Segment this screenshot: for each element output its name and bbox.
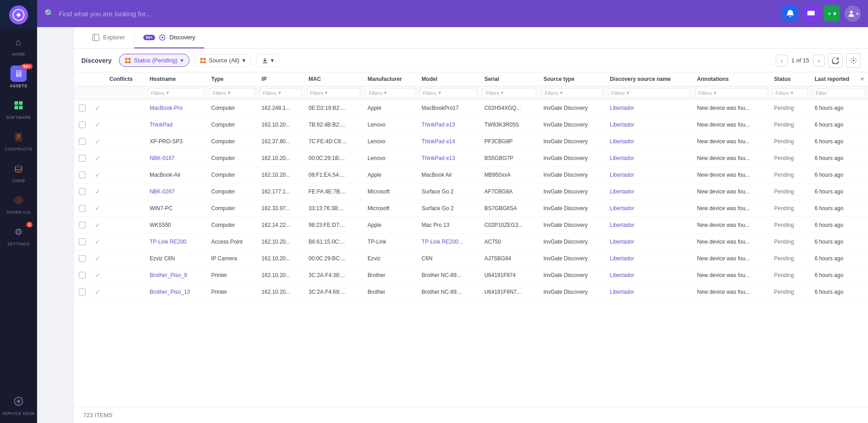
- model-filter-input[interactable]: Filters ▾: [420, 88, 477, 98]
- source-name-filter-input[interactable]: Filters ▾: [608, 88, 690, 98]
- row-annotation: New device was fou...: [693, 200, 769, 217]
- row-manufacturer: Lenovo: [363, 117, 417, 133]
- row-tick[interactable]: ✓: [95, 288, 100, 296]
- row-hostname[interactable]: Brother_Piso_13: [145, 284, 207, 301]
- row-mac: 08:F1:EA:54:...: [304, 167, 363, 183]
- row-hostname[interactable]: ThinkPad: [145, 117, 207, 133]
- source-name-value[interactable]: Libertador: [610, 172, 634, 178]
- source-name-value[interactable]: Libertador: [610, 138, 634, 145]
- row-checkbox[interactable]: [79, 155, 86, 162]
- model-value[interactable]: ThinkPad e14: [422, 138, 455, 145]
- status-filter-input[interactable]: Filters ▾: [772, 88, 807, 98]
- row-type: Computer: [207, 217, 257, 234]
- tab-explorer[interactable]: Explorer: [83, 27, 134, 48]
- row-tick[interactable]: ✓: [95, 205, 100, 212]
- model-value: MacBookPro17: [422, 105, 459, 111]
- sidebar-item-assets-label: ASSETS: [10, 84, 28, 88]
- last-reported-filter-input[interactable]: Filter: [813, 89, 865, 98]
- th-annotations: Annotations: [693, 72, 769, 86]
- download-filter[interactable]: ▾: [256, 54, 280, 67]
- type-filter-input[interactable]: Filters ▾: [209, 88, 254, 98]
- row-serial: U64191F8N7...: [480, 284, 539, 301]
- source-name-value[interactable]: Libertador: [610, 255, 634, 262]
- row-checkbox[interactable]: [79, 138, 86, 145]
- row-tick[interactable]: ✓: [95, 188, 100, 195]
- hostname-value[interactable]: Brother_Piso_13: [150, 289, 190, 295]
- source-name-value[interactable]: Libertador: [610, 289, 634, 295]
- row-checkbox[interactable]: [79, 221, 86, 229]
- row-checkbox[interactable]: [79, 238, 86, 245]
- sidebar-item-settings[interactable]: 1 ⚙ SETTINGS: [0, 219, 37, 251]
- table-header-row: Conflicts Hostname Type IP MAC Manufactu…: [74, 72, 868, 86]
- source-name-value[interactable]: Libertador: [610, 188, 634, 195]
- row-type: IP Camera: [207, 250, 257, 267]
- discovery-table: Conflicts Hostname Type IP MAC Manufactu…: [74, 72, 868, 301]
- source-name-value[interactable]: Libertador: [610, 205, 634, 212]
- row-tick[interactable]: ✓: [95, 171, 100, 179]
- hostname-value[interactable]: NBK-0267: [150, 188, 175, 195]
- model-value[interactable]: TP-Link RE200...: [422, 239, 463, 245]
- row-checkbox[interactable]: [79, 255, 86, 262]
- sidebar-item-service-desk[interactable]: SERVICE DESK: [0, 389, 37, 423]
- settings-column-button[interactable]: [846, 53, 861, 68]
- row-hostname[interactable]: NBK-0267: [145, 183, 207, 200]
- row-checkbox[interactable]: [79, 272, 86, 279]
- serial-filter-input[interactable]: Filters ▾: [482, 88, 536, 98]
- sidebar-item-cmdb[interactable]: CMDB: [0, 156, 37, 188]
- model-value[interactable]: ThinkPad e13: [422, 122, 455, 128]
- row-checkbox[interactable]: [79, 288, 86, 296]
- source-name-value[interactable]: Libertador: [610, 122, 634, 128]
- row-ip: 162.10.20...: [257, 234, 304, 250]
- row-tick[interactable]: ✓: [95, 221, 100, 229]
- row-tick[interactable]: ✓: [95, 255, 100, 262]
- row-ip: 162.10.20...: [257, 267, 304, 284]
- row-hostname[interactable]: Brother_Piso_9: [145, 267, 207, 284]
- row-checkbox-cell: [74, 284, 90, 301]
- settings-badge: 1: [26, 222, 33, 227]
- source-name-value[interactable]: Libertador: [610, 105, 634, 111]
- mac-filter-input[interactable]: Filters ▾: [307, 88, 360, 98]
- row-model: Surface Go 2: [417, 183, 480, 200]
- row-tick[interactable]: ✓: [95, 138, 100, 145]
- source-type-filter-input[interactable]: Filters ▾: [542, 88, 603, 98]
- hostname-value[interactable]: Brother_Piso_9: [150, 272, 187, 278]
- source-filter[interactable]: Source (All) ▾: [194, 54, 251, 67]
- row-hostname[interactable]: NBK-0167: [145, 150, 207, 167]
- prev-page-button[interactable]: ‹: [776, 55, 788, 66]
- hostname-value[interactable]: MacBook-Pro: [150, 105, 183, 111]
- hostname-value[interactable]: TP-Link RE200: [150, 239, 186, 245]
- row-checkbox[interactable]: [79, 104, 86, 112]
- hostname-filter-input[interactable]: Filters ▾: [148, 88, 204, 98]
- manufacturer-filter-input[interactable]: Filters ▾: [366, 88, 415, 98]
- row-tick[interactable]: ✓: [95, 155, 100, 162]
- row-checkbox[interactable]: [79, 188, 86, 195]
- row-hostname[interactable]: TP-Link RE200: [145, 234, 207, 250]
- row-tick[interactable]: ✓: [95, 121, 100, 128]
- row-checkbox[interactable]: [79, 205, 86, 212]
- sidebar-item-other-cis[interactable]: OTHER CIs: [0, 188, 37, 219]
- row-tick[interactable]: ✓: [95, 272, 100, 279]
- tab-discovery[interactable]: 99+ Discovery: [134, 27, 204, 48]
- row-checkbox[interactable]: [79, 121, 86, 128]
- hostname-value[interactable]: NBK-0167: [150, 155, 175, 161]
- next-page-button[interactable]: ›: [813, 55, 825, 66]
- source-name-value[interactable]: Libertador: [610, 222, 634, 228]
- row-annotation: New device was fou...: [693, 234, 769, 250]
- source-name-value[interactable]: Libertador: [610, 155, 634, 161]
- annotations-filter-input[interactable]: Filters ▾: [695, 88, 767, 98]
- row-tick[interactable]: ✓: [95, 238, 100, 245]
- source-name-value[interactable]: Libertador: [610, 239, 634, 245]
- sidebar-item-home[interactable]: ⌂ HOME: [0, 29, 37, 61]
- sidebar-item-contracts[interactable]: CONTRACTS: [0, 124, 37, 156]
- model-value[interactable]: ThinkPad e13: [422, 155, 455, 161]
- refresh-button[interactable]: [828, 53, 843, 68]
- row-tick[interactable]: ✓: [95, 104, 100, 112]
- sidebar-item-software[interactable]: SOFTWARE: [0, 93, 37, 124]
- ip-filter-input[interactable]: Filters ▾: [260, 88, 302, 98]
- sidebar-item-assets[interactable]: 99+ 🖥 ASSETS: [0, 61, 37, 93]
- source-name-value[interactable]: Libertador: [610, 272, 634, 278]
- row-hostname[interactable]: MacBook-Pro: [145, 100, 207, 117]
- row-checkbox[interactable]: [79, 171, 86, 179]
- status-filter[interactable]: Status (Pending) ▾: [119, 54, 189, 67]
- hostname-value[interactable]: ThinkPad: [150, 122, 173, 128]
